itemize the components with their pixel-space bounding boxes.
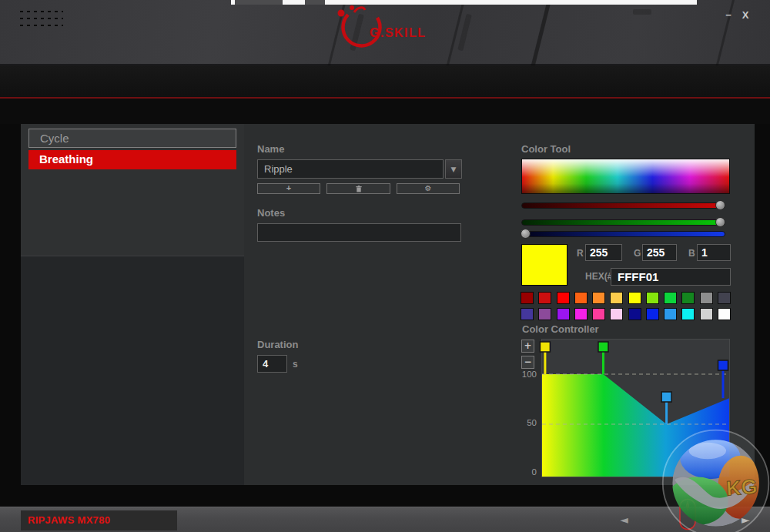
profile-item-cycle[interactable]: Cycle xyxy=(28,129,236,148)
y-tick-0: 0 xyxy=(512,467,537,477)
color-swatch[interactable] xyxy=(592,292,605,304)
color-controller-chart[interactable] xyxy=(541,339,730,477)
color-swatch[interactable] xyxy=(681,308,695,320)
name-dropdown-arrow[interactable]: ▼ xyxy=(445,159,462,179)
duration-label: Duration xyxy=(257,339,298,350)
minimize-button[interactable]: − xyxy=(722,9,735,21)
b-input[interactable] xyxy=(697,244,731,261)
next-device-arrow[interactable]: ► xyxy=(742,514,750,526)
color-tool-title: Color Tool xyxy=(521,143,571,155)
color-swatch[interactable] xyxy=(718,292,731,304)
y-tick-100: 100 xyxy=(512,370,537,379)
color-swatch[interactable] xyxy=(574,292,588,304)
trash-icon xyxy=(356,186,362,192)
color-swatch[interactable] xyxy=(700,292,713,304)
hex-input[interactable] xyxy=(611,268,731,286)
green-slider-track[interactable] xyxy=(521,219,725,226)
device-name-label: RIPJAWS MX780 xyxy=(21,510,177,530)
red-slider-knob[interactable] xyxy=(715,200,725,210)
speaker-grille-icon xyxy=(18,8,63,28)
color-swatch[interactable] xyxy=(646,308,659,320)
color-swatch[interactable] xyxy=(521,308,534,320)
name-label: Name xyxy=(257,143,284,155)
color-swatch[interactable] xyxy=(592,308,605,320)
name-dropdown[interactable]: Ripple xyxy=(257,159,444,179)
subtab-bar: CUSTOMIZE SETTING LIGHTING xyxy=(0,99,770,124)
bottom-gap xyxy=(0,485,770,507)
mouse-device-icon[interactable] xyxy=(678,498,697,530)
app-window: G.SKILL − X MACROS LIGHTING PROFILES G W… xyxy=(0,0,770,532)
logo-text: G.SKILL xyxy=(370,26,427,39)
color-swatch[interactable] xyxy=(574,308,588,320)
swatch-row-1 xyxy=(521,292,731,304)
controller-point-handle[interactable] xyxy=(540,342,550,352)
duration-input[interactable] xyxy=(257,355,287,373)
color-swatch[interactable] xyxy=(646,292,659,304)
red-slider-track[interactable] xyxy=(521,202,725,209)
titlebar-notch xyxy=(235,0,283,5)
color-swatch[interactable] xyxy=(538,292,551,304)
controller-point-handle[interactable] xyxy=(598,342,608,352)
blue-slider-knob[interactable] xyxy=(521,229,531,239)
green-slider-knob[interactable] xyxy=(715,217,725,227)
titlebar: G.SKILL − X xyxy=(0,0,770,65)
close-button[interactable]: X xyxy=(739,9,752,21)
color-controller-title: Color Controller xyxy=(522,323,599,335)
prev-device-arrow[interactable]: ◄ xyxy=(620,514,628,526)
color-swatch[interactable] xyxy=(521,292,534,304)
gskill-logo: G.SKILL xyxy=(331,4,439,55)
r-label: R xyxy=(577,248,584,259)
color-swatch[interactable] xyxy=(664,308,677,320)
profile-item-breathing[interactable]: Breathing xyxy=(28,150,236,169)
profile-list: Cycle Breathing xyxy=(21,124,244,256)
color-swatch[interactable] xyxy=(628,292,641,304)
panel-seam xyxy=(530,0,552,72)
main-tabbar: MACROS LIGHTING PROFILES G W xyxy=(0,65,770,97)
swatch-row-2 xyxy=(521,308,731,320)
color-swatch[interactable] xyxy=(557,292,570,304)
color-swatch[interactable] xyxy=(628,308,641,320)
add-profile-button[interactable]: + xyxy=(257,183,320,194)
b-label: B xyxy=(688,248,695,259)
color-swatch[interactable] xyxy=(718,308,731,320)
blue-slider-track[interactable] xyxy=(521,231,725,237)
color-preview-swatch xyxy=(521,244,567,286)
g-label: G xyxy=(634,248,641,259)
notes-label: Notes xyxy=(257,207,285,219)
editor-panel: Name Ripple ▼ + ⚙ Notes Duration s Color… xyxy=(244,124,755,485)
profile-list-panel: Cycle Breathing xyxy=(21,124,244,485)
device-bar: RIPJAWS MX780 ◄ ► xyxy=(0,507,770,532)
controller-point-handle[interactable] xyxy=(718,360,728,370)
panel-ridge xyxy=(633,9,651,15)
titlebar-notch xyxy=(305,0,325,5)
color-swatch[interactable] xyxy=(610,292,623,304)
gear-icon: ⚙ xyxy=(425,184,432,192)
controller-point-handle[interactable] xyxy=(661,392,671,402)
settings-profile-button[interactable]: ⚙ xyxy=(397,183,460,194)
notes-input[interactable] xyxy=(257,223,461,242)
duration-unit: s xyxy=(293,359,298,370)
delete-profile-button[interactable] xyxy=(326,183,390,194)
color-swatch[interactable] xyxy=(610,308,623,320)
add-point-button[interactable]: + xyxy=(521,340,534,353)
color-swatch[interactable] xyxy=(538,308,551,320)
desktop-gap xyxy=(231,0,697,5)
r-input[interactable] xyxy=(585,244,622,261)
color-swatch[interactable] xyxy=(664,292,677,304)
color-swatch[interactable] xyxy=(700,308,713,320)
color-swatch[interactable] xyxy=(557,308,570,320)
y-tick-50: 50 xyxy=(512,418,537,427)
hue-saturation-picker[interactable] xyxy=(521,159,730,194)
color-swatch[interactable] xyxy=(681,292,695,304)
g-input[interactable] xyxy=(642,244,677,261)
remove-point-button[interactable]: − xyxy=(521,356,534,369)
